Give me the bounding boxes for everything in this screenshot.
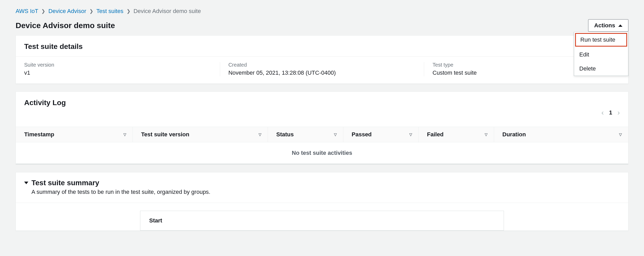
col-status-label: Status <box>276 131 294 138</box>
col-duration[interactable]: Duration ▽ <box>494 127 628 142</box>
col-passed-label: Passed <box>352 131 372 138</box>
sort-icon: ▽ <box>485 132 488 137</box>
col-timestamp-label: Timestamp <box>24 131 54 138</box>
col-status[interactable]: Status ▽ <box>268 127 343 142</box>
col-timestamp[interactable]: Timestamp ▽ <box>16 127 133 142</box>
test-suite-details-header: Test suite details <box>16 36 628 56</box>
chevron-right-icon: ❯ <box>41 8 45 14</box>
created-value: November 05, 2021, 13:28:08 (UTC-0400) <box>228 69 416 76</box>
test-suite-details-panel: Test suite details Suite version v1 Crea… <box>16 35 628 84</box>
caret-down-icon <box>24 182 28 184</box>
actions-menu-delete[interactable]: Delete <box>574 62 628 76</box>
page-number: 1 <box>609 109 612 116</box>
actions-menu-edit[interactable]: Edit <box>574 48 628 62</box>
chevron-right-icon: ❯ <box>127 8 130 14</box>
chevron-right-icon: ❯ <box>89 8 93 14</box>
col-failed-label: Failed <box>427 131 444 138</box>
activity-empty-message: No test suite activities <box>16 142 628 164</box>
breadcrumb-link-test-suites[interactable]: Test suites <box>96 8 123 15</box>
actions-button[interactable]: Actions <box>588 19 628 32</box>
sort-icon: ▽ <box>409 132 412 137</box>
created-label: Created <box>228 62 416 68</box>
col-version-label: Test suite version <box>141 131 189 138</box>
suite-version-label: Suite version <box>24 62 212 68</box>
activity-table-header: Timestamp ▽ Test suite version ▽ Status … <box>16 127 628 142</box>
pagination: ‹ 1 › <box>601 109 620 116</box>
col-failed[interactable]: Failed ▽ <box>419 127 494 142</box>
activity-log-panel: Activity Log ‹ 1 › Timestamp ▽ Test suit… <box>16 92 628 164</box>
actions-button-label: Actions <box>594 22 615 29</box>
summary-description: A summary of the tests to be run in the … <box>24 189 620 195</box>
sort-icon: ▽ <box>123 132 126 137</box>
activity-log-header: Activity Log <box>24 99 66 107</box>
col-passed[interactable]: Passed ▽ <box>343 127 419 142</box>
summary-start-node: Start <box>140 211 504 231</box>
suite-version-value: v1 <box>24 69 212 76</box>
page-title: Device Advisor demo suite <box>16 21 115 30</box>
col-test-suite-version[interactable]: Test suite version ▽ <box>133 127 268 142</box>
breadcrumb-link-aws-iot[interactable]: AWS IoT <box>16 8 38 15</box>
summary-toggle[interactable]: Test suite summary <box>24 179 620 187</box>
summary-title: Test suite summary <box>31 179 99 187</box>
sort-icon: ▽ <box>334 132 337 137</box>
breadcrumb: AWS IoT ❯ Device Advisor ❯ Test suites ❯… <box>16 8 628 15</box>
sort-icon: ▽ <box>259 132 261 137</box>
sort-icon: ▽ <box>619 132 622 137</box>
caret-up-icon <box>618 24 622 27</box>
col-duration-label: Duration <box>502 131 526 138</box>
actions-menu-run-test-suite[interactable]: Run test suite <box>575 33 627 47</box>
breadcrumb-current: Device Advisor demo suite <box>134 8 201 15</box>
test-suite-summary-panel: Test suite summary A summary of the test… <box>16 172 628 231</box>
actions-dropdown: Run test suite Edit Delete <box>574 32 628 76</box>
page-next-icon[interactable]: › <box>617 109 620 116</box>
page-prev-icon[interactable]: ‹ <box>601 109 604 116</box>
breadcrumb-link-device-advisor[interactable]: Device Advisor <box>48 8 86 15</box>
